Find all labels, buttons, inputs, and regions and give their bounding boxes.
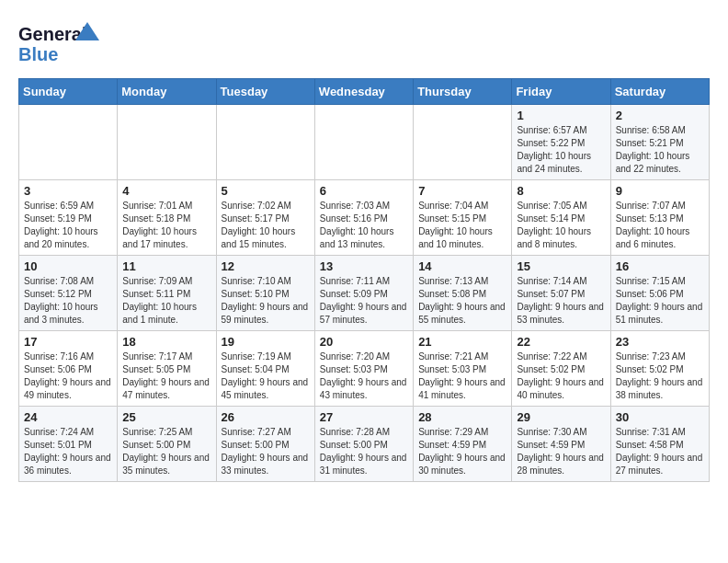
day-number: 10 [24,259,112,273]
day-info: Sunrise: 7:03 AM Sunset: 5:16 PM Dayligh… [320,200,408,251]
calendar-cell: 8Sunrise: 7:05 AM Sunset: 5:14 PM Daylig… [512,180,610,256]
weekday-header-row: SundayMondayTuesdayWednesdayThursdayFrid… [19,79,710,105]
day-info: Sunrise: 7:24 AM Sunset: 5:01 PM Dayligh… [24,426,112,477]
day-info: Sunrise: 7:05 AM Sunset: 5:14 PM Dayligh… [517,200,605,251]
day-info: Sunrise: 7:17 AM Sunset: 5:05 PM Dayligh… [122,350,210,402]
calendar-cell: 13Sunrise: 7:11 AM Sunset: 5:09 PM Dayli… [314,256,413,331]
page-header: GeneralBlue [18,18,710,69]
day-info: Sunrise: 7:25 AM Sunset: 5:00 PM Dayligh… [122,426,210,477]
calendar-cell: 4Sunrise: 7:01 AM Sunset: 5:18 PM Daylig… [118,180,216,256]
logo: GeneralBlue [18,18,101,69]
calendar-cell: 11Sunrise: 7:09 AM Sunset: 5:11 PM Dayli… [118,256,216,331]
day-number: 14 [418,259,506,273]
weekday-header: Friday [512,79,610,105]
calendar-cell [19,105,118,180]
day-info: Sunrise: 7:09 AM Sunset: 5:11 PM Dayligh… [122,275,210,327]
day-info: Sunrise: 7:28 AM Sunset: 5:00 PM Dayligh… [320,426,408,477]
weekday-header: Sunday [19,79,118,105]
calendar-cell: 18Sunrise: 7:17 AM Sunset: 5:05 PM Dayli… [118,331,216,407]
day-number: 23 [616,335,704,349]
calendar-cell: 22Sunrise: 7:22 AM Sunset: 5:02 PM Dayli… [512,331,610,407]
calendar-cell: 23Sunrise: 7:23 AM Sunset: 5:02 PM Dayli… [610,331,709,407]
day-info: Sunrise: 7:01 AM Sunset: 5:18 PM Dayligh… [122,200,210,251]
calendar-cell: 9Sunrise: 7:07 AM Sunset: 5:13 PM Daylig… [610,180,709,256]
calendar-cell [414,105,512,180]
svg-text:Blue: Blue [18,44,58,64]
day-info: Sunrise: 7:04 AM Sunset: 5:15 PM Dayligh… [418,200,506,251]
calendar-cell: 29Sunrise: 7:30 AM Sunset: 4:59 PM Dayli… [512,407,610,482]
calendar-cell: 24Sunrise: 7:24 AM Sunset: 5:01 PM Dayli… [19,407,118,482]
day-number: 24 [24,410,112,424]
calendar-cell [314,105,413,180]
calendar-table: SundayMondayTuesdayWednesdayThursdayFrid… [18,78,710,482]
day-number: 26 [222,410,310,424]
calendar-week-row: 10Sunrise: 7:08 AM Sunset: 5:12 PM Dayli… [19,256,710,331]
calendar-cell: 12Sunrise: 7:10 AM Sunset: 5:10 PM Dayli… [216,256,314,331]
day-info: Sunrise: 7:19 AM Sunset: 5:04 PM Dayligh… [222,350,310,402]
calendar-cell: 19Sunrise: 7:19 AM Sunset: 5:04 PM Dayli… [216,331,314,407]
day-number: 28 [418,410,506,424]
day-number: 19 [222,335,310,349]
calendar-week-row: 17Sunrise: 7:16 AM Sunset: 5:06 PM Dayli… [19,331,710,407]
day-info: Sunrise: 7:22 AM Sunset: 5:02 PM Dayligh… [517,350,605,402]
day-info: Sunrise: 7:07 AM Sunset: 5:13 PM Dayligh… [616,200,704,251]
calendar-cell: 7Sunrise: 7:04 AM Sunset: 5:15 PM Daylig… [414,180,512,256]
day-number: 20 [320,335,408,349]
day-number: 27 [320,410,408,424]
calendar-cell: 15Sunrise: 7:14 AM Sunset: 5:07 PM Dayli… [512,256,610,331]
calendar-week-row: 3Sunrise: 6:59 AM Sunset: 5:19 PM Daylig… [19,180,710,256]
day-number: 15 [517,259,605,273]
day-number: 11 [122,259,210,273]
calendar-week-row: 1Sunrise: 6:57 AM Sunset: 5:22 PM Daylig… [19,105,710,180]
calendar-cell: 14Sunrise: 7:13 AM Sunset: 5:08 PM Dayli… [414,256,512,331]
day-info: Sunrise: 7:15 AM Sunset: 5:06 PM Dayligh… [616,275,704,327]
day-number: 21 [418,335,506,349]
weekday-header: Thursday [414,79,512,105]
day-number: 7 [418,184,506,198]
calendar-cell: 25Sunrise: 7:25 AM Sunset: 5:00 PM Dayli… [118,407,216,482]
day-info: Sunrise: 7:16 AM Sunset: 5:06 PM Dayligh… [24,350,112,402]
logo-svg: GeneralBlue [18,18,101,69]
day-number: 18 [122,335,210,349]
day-number: 29 [517,410,605,424]
weekday-header: Tuesday [216,79,314,105]
day-info: Sunrise: 7:02 AM Sunset: 5:17 PM Dayligh… [222,200,310,251]
calendar-cell: 27Sunrise: 7:28 AM Sunset: 5:00 PM Dayli… [314,407,413,482]
day-info: Sunrise: 7:21 AM Sunset: 5:03 PM Dayligh… [418,350,506,402]
day-number: 13 [320,259,408,273]
day-info: Sunrise: 7:23 AM Sunset: 5:02 PM Dayligh… [616,350,704,402]
weekday-header: Saturday [610,79,709,105]
calendar-cell: 28Sunrise: 7:29 AM Sunset: 4:59 PM Dayli… [414,407,512,482]
calendar-cell: 30Sunrise: 7:31 AM Sunset: 4:58 PM Dayli… [610,407,709,482]
day-number: 30 [616,410,704,424]
day-number: 17 [24,335,112,349]
calendar-week-row: 24Sunrise: 7:24 AM Sunset: 5:01 PM Dayli… [19,407,710,482]
day-number: 2 [616,109,704,122]
weekday-header: Wednesday [314,79,413,105]
calendar-cell: 21Sunrise: 7:21 AM Sunset: 5:03 PM Dayli… [414,331,512,407]
calendar-cell: 17Sunrise: 7:16 AM Sunset: 5:06 PM Dayli… [19,331,118,407]
day-info: Sunrise: 6:58 AM Sunset: 5:21 PM Dayligh… [616,124,704,176]
calendar-cell [118,105,216,180]
calendar-cell: 3Sunrise: 6:59 AM Sunset: 5:19 PM Daylig… [19,180,118,256]
day-info: Sunrise: 7:10 AM Sunset: 5:10 PM Dayligh… [222,275,310,327]
calendar-cell: 16Sunrise: 7:15 AM Sunset: 5:06 PM Dayli… [610,256,709,331]
day-info: Sunrise: 6:57 AM Sunset: 5:22 PM Dayligh… [517,124,605,176]
day-info: Sunrise: 7:11 AM Sunset: 5:09 PM Dayligh… [320,275,408,327]
day-info: Sunrise: 7:20 AM Sunset: 5:03 PM Dayligh… [320,350,408,402]
day-number: 9 [616,184,704,198]
day-number: 8 [517,184,605,198]
day-info: Sunrise: 7:29 AM Sunset: 4:59 PM Dayligh… [418,426,506,477]
calendar-cell: 6Sunrise: 7:03 AM Sunset: 5:16 PM Daylig… [314,180,413,256]
day-info: Sunrise: 6:59 AM Sunset: 5:19 PM Dayligh… [24,200,112,251]
day-number: 5 [222,184,310,198]
day-number: 22 [517,335,605,349]
day-info: Sunrise: 7:14 AM Sunset: 5:07 PM Dayligh… [517,275,605,327]
day-number: 4 [122,184,210,198]
calendar-cell: 1Sunrise: 6:57 AM Sunset: 5:22 PM Daylig… [512,105,610,180]
calendar-cell [216,105,314,180]
day-info: Sunrise: 7:31 AM Sunset: 4:58 PM Dayligh… [616,426,704,477]
day-number: 6 [320,184,408,198]
svg-text:General: General [18,24,86,44]
day-number: 1 [517,109,605,122]
